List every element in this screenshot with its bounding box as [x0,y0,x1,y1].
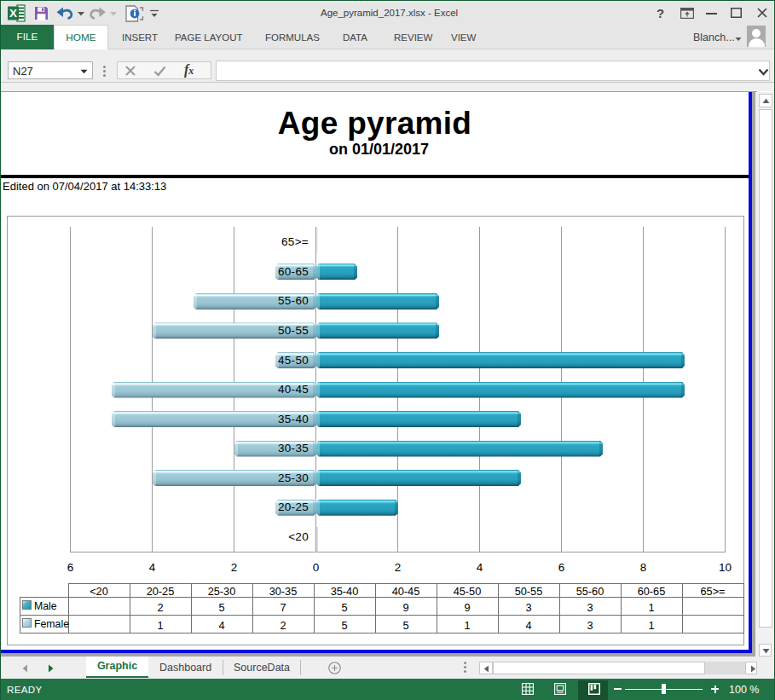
svg-text:X: X [9,7,17,20]
